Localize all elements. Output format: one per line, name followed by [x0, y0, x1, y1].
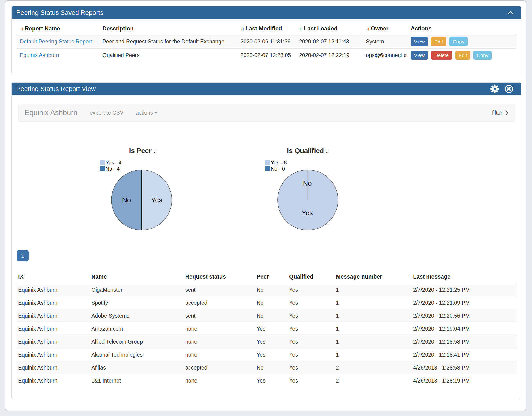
sort-icon: ↓↑: [366, 26, 369, 31]
report-last-modified: 2020-02-06 11:31:36: [237, 35, 296, 48]
table-row: Equinix AshburnAfilias acceptedNo Yes2 4…: [16, 361, 517, 374]
is-peer-pie-chart: Is Peer : Yes - 4 No - 4 No Yes: [76, 144, 209, 242]
column-header-last-loaded[interactable]: ↓↑Last Loaded: [296, 22, 362, 35]
chevron-right-icon: [505, 110, 509, 115]
table-row: Equinix AshburnAmazon.com noneYes Yes1 2…: [16, 322, 517, 335]
collapse-chevron-up-icon[interactable]: [507, 11, 513, 15]
column-header-actions: Actions: [407, 22, 516, 35]
sort-icon: ↓↑: [299, 26, 302, 31]
close-circle-icon[interactable]: [504, 84, 513, 94]
table-row: Equinix AshburnAkamai Technologies noneY…: [16, 348, 517, 361]
pagination-page-1-button[interactable]: 1: [17, 250, 29, 261]
report-view-title: Peering Status Report View: [16, 85, 96, 93]
report-last-loaded: 2020-02-07 12:11:43: [296, 35, 362, 48]
pie-graphic: No Yes: [109, 168, 174, 232]
chart-title: Is Peer :: [76, 147, 209, 155]
table-row: Equinix Ashburn1&1 Internet noneYes Yes2…: [16, 374, 517, 387]
legend-label: Yes - 8: [271, 160, 287, 166]
report-description: Peer and Request Status for the Default …: [99, 35, 237, 48]
table-row: Equinix AshburnAllied Telecom Group none…: [16, 335, 517, 348]
sort-icon: ↓↑: [20, 26, 23, 31]
delete-button[interactable]: Delete: [431, 51, 452, 60]
legend-swatch-no: [100, 167, 105, 171]
page-card: Peering Status Saved Reports ↓↑Report Na…: [5, 0, 526, 411]
gear-icon[interactable]: [490, 84, 499, 94]
report-view-header: Peering Status Report View: [11, 83, 521, 95]
legend-label: Yes - 4: [106, 160, 122, 166]
table-row: Equinix AshburnGigaMonster sentNo Yes1 2…: [16, 284, 517, 296]
sort-icon: ↓↑: [241, 26, 243, 31]
pie-slice-label-yes: Yes: [151, 196, 162, 204]
copy-button[interactable]: Copy: [474, 51, 492, 60]
table-row: Equinix AshburnSpotify acceptedNo Yes1 2…: [16, 296, 517, 309]
report-owner: ops@6connect.com: [362, 48, 407, 62]
saved-reports-header: Peering Status Saved Reports: [11, 6, 521, 19]
report-name-heading: Equinix Ashburn: [25, 108, 77, 117]
column-header-report-name[interactable]: ↓↑Report Name: [16, 22, 99, 35]
column-header-last-message: Last message: [411, 270, 517, 284]
report-last-loaded: 2020-02-07 12:22:19: [296, 48, 362, 62]
column-header-name: Name: [89, 270, 184, 284]
actions-menu-link[interactable]: actions +: [136, 110, 158, 116]
column-header-qualified: Qualified: [287, 270, 334, 284]
legend-swatch-no: [265, 167, 270, 171]
legend-swatch-yes: [265, 160, 270, 165]
table-row: Default Peering Status Report Peer and R…: [16, 35, 516, 48]
view-button[interactable]: View: [411, 51, 428, 60]
pie-graphic: No Yes: [276, 168, 340, 232]
column-header-message-number: Message number: [334, 270, 411, 284]
view-button[interactable]: View: [411, 37, 428, 46]
column-header-owner[interactable]: ↓↑Owner: [362, 22, 407, 35]
legend-swatch-yes: [100, 160, 105, 165]
report-link[interactable]: Default Peering Status Report: [20, 38, 92, 45]
edit-button[interactable]: Edit: [431, 37, 446, 46]
table-row: Equinix AshburnAdobe Systems sentNo Yes1…: [16, 309, 517, 322]
column-header-peer: Peer: [255, 270, 287, 284]
column-header-last-modified[interactable]: ↓↑Last Modified: [237, 22, 296, 35]
report-last-modified: 2020-02-07 12:23:05: [237, 48, 296, 62]
pie-slice-label-yes: Yes: [302, 209, 313, 217]
report-view-panel: Peering Status Report View: [11, 82, 521, 399]
saved-reports-table: ↓↑Report Name Description ↓↑Last Modifie…: [16, 22, 516, 62]
column-header-description: Description: [99, 22, 237, 35]
saved-reports-panel: Peering Status Saved Reports ↓↑Report Na…: [11, 6, 521, 74]
table-row: Equinix Ashburn Qualified Peers 2020-02-…: [16, 48, 516, 62]
is-qualified-pie-chart: Is Qualified : Yes - 8 No - 0 No Yes: [241, 144, 374, 242]
saved-reports-title: Peering Status Saved Reports: [16, 9, 103, 17]
column-header-request-status: Request status: [184, 270, 255, 284]
pie-slice-label-no: No: [303, 180, 311, 187]
pie-slice-label-no: No: [122, 196, 131, 204]
column-header-ix: IX: [16, 270, 89, 284]
report-description: Qualified Peers: [99, 48, 237, 62]
filter-toggle[interactable]: filter: [492, 110, 509, 116]
copy-button[interactable]: Copy: [449, 37, 468, 46]
chart-title: Is Qualified :: [241, 147, 374, 155]
edit-button[interactable]: Edit: [455, 51, 470, 60]
report-toolbar: Equinix Ashburn export to CSV actions + …: [18, 104, 515, 122]
report-owner: System: [362, 35, 407, 48]
filter-label: filter: [492, 110, 502, 116]
export-csv-link[interactable]: export to CSV: [90, 110, 124, 116]
peering-results-table: IX Name Request status Peer Qualified Me…: [16, 270, 517, 387]
report-link[interactable]: Equinix Ashburn: [20, 52, 59, 58]
